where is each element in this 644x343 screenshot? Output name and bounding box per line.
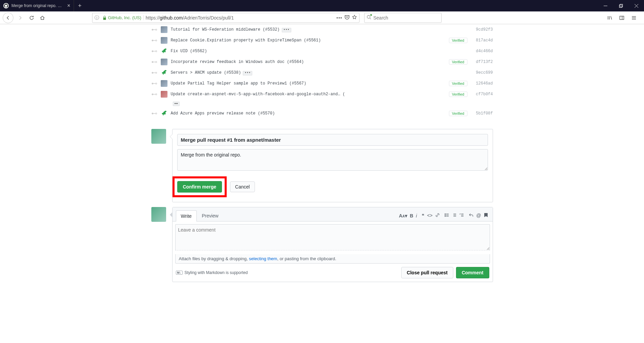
confirm-merge-button[interactable]: Confirm merge [177,181,222,193]
comment-textarea[interactable] [175,224,490,250]
author-avatar [161,48,167,55]
author-avatar [161,59,167,65]
tab-title: Merge from original repo. by A [11,3,64,8]
code-icon[interactable]: <> [427,213,432,218]
commit-hash[interactable]: 9ecc699 [474,70,493,75]
sidebar-icon[interactable] [617,13,627,23]
commits-list: ⊷Tutorial for WS-Federation middleware (… [151,24,493,119]
search-icon [367,15,371,21]
commit-dot-icon: ⊷ [151,48,157,54]
commit-message[interactable]: Add Azure Apps preview release note (#55… [171,111,449,116]
italic-icon[interactable]: i [416,213,417,218]
window-maximize-button[interactable] [613,0,629,11]
browser-titlebar: Merge from original repo. by A × + [0,0,644,11]
bookmark-star-icon[interactable] [352,14,357,21]
expand-ellipsis-button[interactable]: ••• [243,71,252,75]
commit-row: ⊷Update Partial Tag Helper sample app to… [151,78,493,89]
commit-dot-icon: ⊷ [151,27,157,33]
new-tab-button[interactable]: + [74,2,86,9]
menu-icon[interactable] [629,13,639,23]
search-bar[interactable] [364,13,442,23]
github-favicon [3,3,9,8]
bookmark-icon[interactable] [484,213,488,218]
commit-row: ⊷Tutorial for WS-Federation middleware (… [151,24,493,35]
text-size-icon[interactable]: AA▾ [399,213,407,218]
commit-message[interactable]: Servers > ANCM update (#5538)••• [171,70,474,75]
commit-hash[interactable]: df713f2 [474,60,493,64]
commit-dot-icon: ⊷ [151,37,157,43]
attach-hint: Attach files by dragging & dropping, sel… [175,254,490,264]
home-button[interactable] [38,13,47,23]
reply-icon[interactable] [469,213,473,218]
commit-row: ⊷Replace Cookie.Expiration property with… [151,35,493,46]
svg-point-17 [445,215,446,215]
library-icon[interactable] [605,13,614,23]
close-pull-request-button[interactable]: Close pull request [401,267,453,278]
mention-icon[interactable]: @ [476,213,481,218]
author-avatar [161,110,167,117]
expand-ellipsis-button[interactable]: ••• [282,28,291,32]
reload-button[interactable] [27,13,36,23]
comment-button[interactable]: Comment [456,267,489,278]
tab-close-button[interactable]: × [66,3,72,9]
quote-icon[interactable]: ❝ [422,213,424,218]
comment-box: Write Preview AA▾ B i ❝ <> [151,207,493,282]
commit-row: ⊷Update create-an-aspnet-mvc-5-app-with-… [151,89,493,100]
commit-message[interactable]: Update Partial Tag Helper sample app to … [171,81,449,86]
commit-hash[interactable]: d4c466d [474,49,493,54]
author-avatar [161,80,167,87]
author-avatar [161,69,167,76]
site-identity[interactable]: GitHub, Inc. (US) [101,15,144,20]
commit-dot-icon: ⊷ [151,59,157,65]
commit-row: ⊷Add Azure Apps preview release note (#5… [151,108,493,119]
lock-icon [103,15,107,20]
page-actions-icon[interactable]: ••• [336,15,342,21]
expand-ellipsis-button[interactable]: ••• [173,102,180,106]
commit-dot-icon: ⊷ [151,110,157,116]
back-button[interactable] [3,12,13,23]
verified-badge: Verified [449,111,467,116]
bullet-list-icon[interactable] [445,213,449,218]
commit-message[interactable]: Incorporate review feedback in Windows a… [171,60,449,64]
url-bar[interactable]: ⓘ GitHub, Inc. (US) https://github.com/A… [92,13,359,23]
merge-title-input[interactable] [177,134,488,146]
preview-tab[interactable]: Preview [197,210,224,221]
attach-select-link[interactable]: selecting them [249,256,277,261]
task-list-icon[interactable] [459,213,464,218]
number-list-icon[interactable] [452,213,457,218]
verified-badge: Verified [449,81,467,86]
commit-hash[interactable]: 12646ad [474,81,493,86]
svg-rect-0 [604,6,607,6]
commit-row: ⊷Fix UID (#5562)d4c466d [151,46,493,57]
window-close-button[interactable] [629,0,644,11]
search-input[interactable] [373,15,439,21]
write-tab[interactable]: Write [176,210,197,221]
browser-toolbar: ⓘ GitHub, Inc. (US) https://github.com/A… [0,11,644,24]
verified-badge: Verified [449,38,467,43]
commit-message[interactable]: Update create-an-aspnet-mvc-5-app-with-f… [171,92,449,97]
commit-dot-icon: ⊷ [151,91,157,97]
user-avatar [151,207,166,222]
commit-hash[interactable]: 817ac4d [474,38,493,43]
link-icon[interactable] [435,213,440,218]
window-minimize-button[interactable] [598,0,613,11]
svg-point-5 [367,15,370,19]
commit-dot-icon: ⊷ [151,70,157,76]
svg-rect-1 [619,5,622,7]
svg-line-9 [611,16,612,20]
markdown-hint[interactable]: M↓ Styling with Markdown is supported [176,270,248,275]
page-content[interactable]: ⊷Tutorial for WS-Federation middleware (… [0,24,644,343]
commit-message[interactable]: Tutorial for WS-Federation middleware (#… [171,27,474,32]
commit-message[interactable]: Replace Cookie.Expiration property with … [171,38,449,43]
pocket-icon[interactable] [344,14,350,21]
forward-button[interactable] [15,12,26,23]
commit-hash[interactable]: cf7b0f4 [474,92,493,97]
browser-tab[interactable]: Merge from original repo. by A × [0,0,74,11]
commit-message[interactable]: Fix UID (#5562) [171,49,474,54]
site-info-icon[interactable]: ⓘ [94,15,101,21]
commit-hash[interactable]: 5b1f08f [474,111,493,116]
merge-description-input[interactable] [177,149,488,171]
bold-icon[interactable]: B [410,213,413,218]
commit-hash[interactable]: 9cd92f3 [474,27,493,32]
cancel-merge-button[interactable]: Cancel [230,181,255,192]
